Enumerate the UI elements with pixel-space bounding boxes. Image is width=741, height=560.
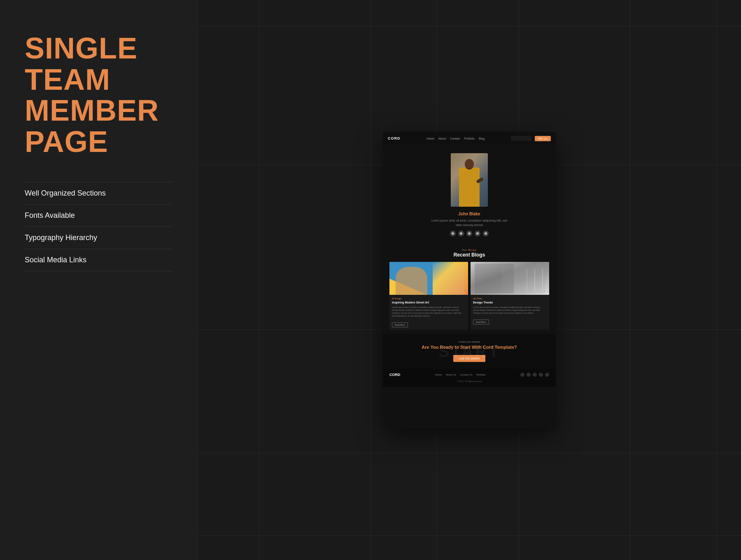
feature-item-3: Typography Hierarchy [25,227,173,249]
social-icon-facebook[interactable] [450,231,456,236]
feature-item-4: Social Media Links [25,249,173,271]
blog-card-1: Art Design Inspiring Modern Street Art L… [389,262,468,330]
profile-photo [451,153,488,207]
footer-logo: CORD [389,373,401,377]
browser-mockup: CORD Home About Contact Portfolio Blog H… [383,132,556,428]
nav-links: Home About Contact Portfolio Blog [426,137,485,140]
recent-blogs-section: Our Blogs Recent Blogs Art Design [383,245,556,334]
blog-card-2: Life Photo Design Trends Lorem ipsum dol… [471,262,549,330]
social-icon-pinterest[interactable] [475,231,480,236]
social-icon-instagram[interactable] [466,231,472,236]
footer-social-icon-1[interactable] [520,373,524,377]
nav-link-about: About [438,137,446,140]
blog-title-2: Design Trends [473,301,547,304]
blog-grid: Art Design Inspiring Modern Street Art L… [389,262,549,330]
profile-name: John Blake [458,212,480,216]
blog-content-2: Life Photo Design Trends Lorem ipsum dol… [471,295,549,327]
cta-watermark: START [438,342,500,361]
blogs-section-label: Our Blogs [389,249,549,251]
read-more-btn-1[interactable]: Read More [392,322,408,327]
nav-link-blog: Blog [479,137,485,140]
read-more-btn-2[interactable]: Read More [473,320,489,324]
blogs-section-title: Recent Blogs [389,252,549,258]
profile-section: John Blake Lorem ipsum dolor sit amet, c… [383,145,556,245]
blog-excerpt-2: Lorem ipsum dolor sit amet, consetetur s… [473,306,547,315]
footer-social-icon-3[interactable] [533,373,537,377]
footer-social-icon-5[interactable] [545,373,549,377]
nav-link-contact: Contact [450,137,460,140]
footer-social-icon-4[interactable] [539,373,543,377]
nav-logo: CORD [388,136,401,140]
feature-item-1: Well Organized Sections [25,182,173,205]
footer-link-home: Home [435,373,442,376]
blog-tag-1: Art Design [392,297,466,300]
nav-cta-button[interactable]: Hire Us [535,136,551,141]
social-icons [450,231,489,236]
mock-nav: CORD Home About Contact Portfolio Blog H… [383,132,556,145]
left-panel: SINGLE TEAM MEMBER PAGE Well Organized S… [0,0,198,560]
social-icon-youtube[interactable] [483,231,489,236]
footer-links: Home About Us Contact Us Portfolio [435,373,485,376]
footer-copyright: © 2021 - All rights reserved [389,380,549,383]
blog-excerpt-1: Lorem ipsum dolor sit amet, consetetur s… [392,306,466,317]
footer-link-about: About Us [446,373,456,376]
blog-image-2 [471,262,549,295]
profile-bio: Lorem ipsum dolor sit amet, consetetur s… [428,219,510,227]
blog-title-1: Inspiring Modern Street Art [392,301,466,304]
nav-link-home: Home [426,137,434,140]
nav-link-portfolio: Portfolio [464,137,475,140]
footer-social-icon-2[interactable] [527,373,531,377]
footer-top: CORD Home About Us Contact Us Portfolio [389,373,549,377]
cta-section: START Create your website Are You Ready … [383,334,556,369]
features-list: Well Organized Sections Fonts Available … [25,182,173,271]
mock-footer: CORD Home About Us Contact Us Portfolio … [383,369,556,387]
preview-area: CORD Home About Contact Portfolio Blog H… [198,0,741,560]
footer-link-contact: Contact Us [460,373,473,376]
blog-content-1: Art Design Inspiring Modern Street Art L… [389,295,468,330]
footer-link-portfolio: Portfolio [476,373,485,376]
blog-tag-2: Life Photo [473,297,547,300]
blog-image-1 [389,262,468,295]
social-icon-twitter[interactable] [458,231,464,236]
footer-social-icons [520,373,549,377]
feature-item-2: Fonts Available [25,205,173,227]
page-title: SINGLE TEAM MEMBER PAGE [25,33,173,157]
